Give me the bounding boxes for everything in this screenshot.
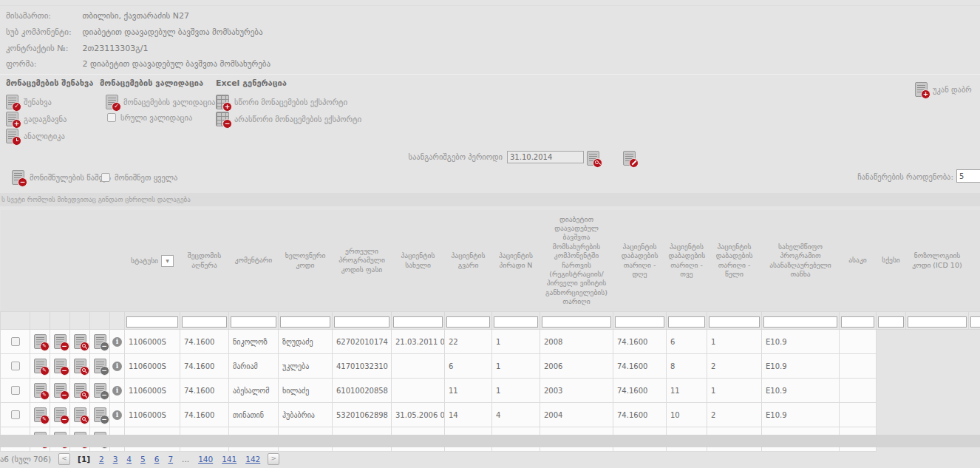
page-link[interactable]: 140 <box>198 455 213 464</box>
row-action-cell <box>30 354 50 379</box>
filter-input[interactable] <box>878 316 904 328</box>
document-minus-icon[interactable] <box>54 334 67 349</box>
export-invalid-button[interactable]: არასწორი მონაცემების ექსპორტი <box>216 110 361 127</box>
validate-button[interactable]: მონაცემების ვალიდაცია <box>106 93 215 110</box>
filter-input[interactable] <box>334 316 389 328</box>
export-valid-button[interactable]: სწორი მონაცემების ექსპორტი <box>216 93 361 110</box>
row-action-cell <box>90 354 110 379</box>
filter-input[interactable] <box>126 316 178 328</box>
info-icon[interactable] <box>112 386 122 396</box>
filter-input[interactable] <box>446 316 490 328</box>
save-button[interactable]: შენახვა <box>6 93 93 110</box>
document-edit-icon[interactable] <box>34 407 47 422</box>
document-search-icon[interactable] <box>74 407 86 422</box>
row-select-checkbox[interactable] <box>11 337 20 346</box>
filter-input[interactable] <box>393 316 443 328</box>
filter-input[interactable] <box>615 316 664 328</box>
filter-input[interactable] <box>908 316 967 328</box>
column-header[interactable]: სტატუსი <box>125 210 180 312</box>
column-header-label: ხელოვნური კოდი <box>285 251 326 268</box>
column-header[interactable]: სქესი <box>877 210 906 312</box>
full-validation-checkbox[interactable] <box>107 113 116 122</box>
table-cell: E10.9 <box>762 330 840 354</box>
page-link[interactable]: 4 <box>126 455 132 464</box>
period-search-icon[interactable] <box>587 151 599 166</box>
filter-input[interactable] <box>182 316 227 328</box>
column-header[interactable]: ნოზოლოგიის კოდი (ICD 10) <box>906 210 969 312</box>
info-icon[interactable] <box>112 362 122 371</box>
table-cell: 74.1600 <box>180 379 229 403</box>
document-edit-icon[interactable] <box>34 359 47 373</box>
document-search-icon[interactable] <box>74 359 86 373</box>
column-header[interactable]: შეცდომის აღწერა <box>180 210 229 312</box>
filter-input[interactable] <box>280 316 330 328</box>
period-input[interactable] <box>507 151 584 163</box>
page-link[interactable]: 141 <box>222 455 237 464</box>
filter-input[interactable] <box>668 316 705 328</box>
filter-input[interactable] <box>841 316 874 328</box>
column-header[interactable]: პაციენტის დაბადების თარიღი - წელი <box>707 210 762 312</box>
row-select-checkbox[interactable] <box>11 386 20 395</box>
page-link[interactable]: 2 <box>99 455 104 464</box>
document-minus-icon[interactable] <box>54 407 67 422</box>
document-minus-icon[interactable] <box>54 383 67 398</box>
document-stop-icon[interactable] <box>94 334 106 349</box>
row-info-cell <box>110 403 125 427</box>
full-validation-label: სრული ვალიდაცია <box>120 113 192 122</box>
send-button[interactable]: გადაგზავნა <box>6 110 93 127</box>
prev-page-button[interactable]: < <box>58 453 70 465</box>
document-edit-icon[interactable] <box>34 334 47 349</box>
info-icon[interactable] <box>112 410 122 420</box>
filter-input[interactable] <box>494 316 538 328</box>
column-header[interactable]: პაციენტის დაბადების თარიღი - დღე <box>613 210 667 312</box>
document-stop-icon[interactable] <box>94 407 106 422</box>
filter-spacer <box>50 312 70 330</box>
column-header[interactable]: პაციენტის დაბადების თარიღი - თვე <box>667 210 707 312</box>
select-all-checkbox[interactable] <box>101 173 110 182</box>
delete-selected-button[interactable]: მონიშნულების წაშლა <box>12 169 111 186</box>
back-button[interactable]: უკან დაბრ <box>915 81 972 98</box>
page-link[interactable]: 3 <box>113 455 118 464</box>
analytics-button[interactable]: ანალიტიკა <box>6 127 93 144</box>
page-link[interactable]: 5 <box>140 455 146 464</box>
records-count-input[interactable] <box>956 169 980 183</box>
period-clear-icon[interactable] <box>623 151 636 166</box>
column-header[interactable]: დიაბეტით დაავადებულ ბავშვთა მომსახურების… <box>540 210 613 312</box>
info-value: 2 დიაბეტით დაავადებულ ბავშვთა მომსახურებ… <box>83 59 271 69</box>
column-header[interactable]: პაციენტის გვარი <box>445 210 492 312</box>
filter-cell <box>613 312 667 330</box>
next-page-button[interactable]: > <box>268 453 279 465</box>
document-stop-icon[interactable] <box>94 359 106 373</box>
document-search-icon[interactable] <box>74 383 86 398</box>
filter-input[interactable] <box>709 316 760 328</box>
filter-input[interactable] <box>542 316 611 328</box>
column-header[interactable]: ასაკი <box>840 210 877 312</box>
document-edit-icon[interactable] <box>34 383 47 398</box>
document-stop-icon[interactable] <box>94 383 106 398</box>
column-header[interactable]: სახელმწიფო პროგრამით ასანაზღაურებელი თან… <box>762 210 840 312</box>
row-select-checkbox[interactable] <box>11 362 20 370</box>
page-link[interactable]: 6 <box>154 455 160 464</box>
column-header[interactable]: ერთეული პროგრამული კოდის ფასი <box>333 210 392 312</box>
column-header[interactable]: პაციენტის პირადი N <box>492 210 540 312</box>
table-cell <box>840 403 877 427</box>
document-minus-icon[interactable] <box>54 359 67 373</box>
info-icon[interactable] <box>112 337 122 347</box>
column-header[interactable]: ხელოვნური კოდი <box>279 210 333 312</box>
status-filter-dropdown-icon[interactable] <box>161 255 174 267</box>
row-select-checkbox[interactable] <box>11 410 20 419</box>
column-header[interactable]: სა მ <box>969 210 980 312</box>
filter-input[interactable] <box>763 316 837 328</box>
table-cell: 6 <box>445 354 492 379</box>
column-header[interactable]: პაციენტის სახელი <box>392 210 445 312</box>
table-cell <box>392 354 445 379</box>
table-cell: 2 <box>707 354 762 379</box>
document-search-icon[interactable] <box>74 334 86 349</box>
page-link[interactable]: 142 <box>245 455 260 464</box>
page-link[interactable]: 7 <box>168 455 173 464</box>
column-header[interactable]: კომენტარი <box>229 210 279 312</box>
row-info-cell <box>110 330 125 354</box>
filter-input[interactable] <box>231 316 276 328</box>
filter-input[interactable] <box>970 316 980 328</box>
row-action-cell <box>50 403 70 427</box>
